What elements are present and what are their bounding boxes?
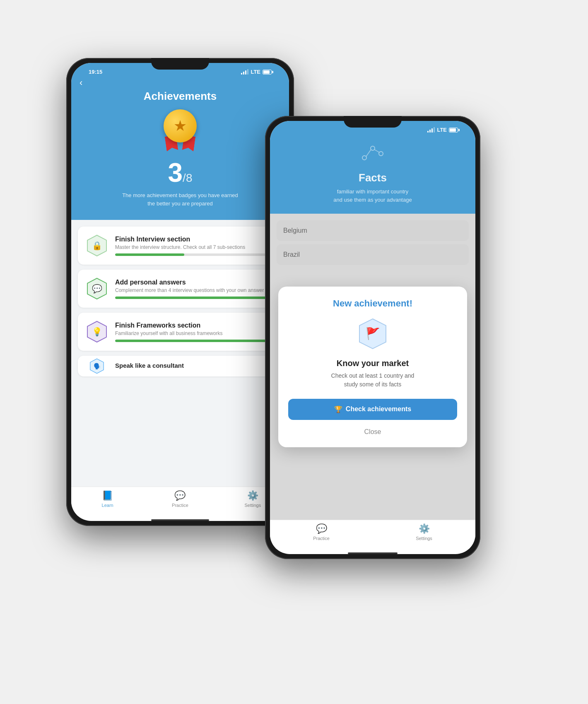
phone-achievements: 19:15 LTE bbox=[66, 58, 294, 526]
ach-info-3: Finish Frameworks section Familiarize yo… bbox=[115, 322, 276, 342]
status-right-2: LTE bbox=[427, 127, 458, 133]
home-indicator-1 bbox=[151, 519, 209, 521]
achievement-card-4: 🗣️ Speak like a consultant bbox=[78, 356, 282, 376]
trophy-icon: 🏆 bbox=[334, 405, 342, 413]
achievement-card-2: 💬 Add personal answers Complement more t… bbox=[78, 270, 282, 308]
nav-learn[interactable]: 📘 Learn bbox=[71, 490, 144, 508]
practice-icon-2: 💬 bbox=[316, 523, 327, 534]
achievements-list: 🔒 Finish Interview section Master the in… bbox=[71, 220, 289, 487]
ach-icon-4: 🗣️ bbox=[84, 356, 109, 376]
lte-label: LTE bbox=[251, 69, 260, 75]
battery-icon-2 bbox=[449, 128, 458, 133]
page-title: Achievements bbox=[80, 90, 281, 103]
signal-icon-2 bbox=[427, 128, 435, 133]
achievement-modal: New achievement! 🚩 Know your market bbox=[278, 287, 467, 447]
facts-header: LTE bbox=[270, 121, 475, 214]
medal-icon: ★ bbox=[161, 109, 199, 151]
svg-line-8 bbox=[374, 149, 379, 152]
facts-subtitle: familiar with important countryand use t… bbox=[278, 188, 467, 204]
svg-point-6 bbox=[379, 152, 383, 156]
notch-2 bbox=[344, 116, 402, 128]
status-time: 19:15 bbox=[89, 69, 102, 75]
facts-graph-icon bbox=[278, 142, 467, 166]
practice-icon: 💬 bbox=[174, 490, 186, 501]
ach-icon-1: 🔒 bbox=[84, 233, 109, 258]
achievements-header: 19:15 LTE bbox=[71, 63, 289, 220]
score-display: 3/8 bbox=[80, 157, 281, 188]
modal-ach-title: Know your market bbox=[288, 359, 457, 368]
facts-title: Facts bbox=[278, 171, 467, 184]
status-right-1: LTE bbox=[241, 69, 272, 75]
modal-badge: 🚩 bbox=[356, 317, 389, 350]
bottom-nav-1: 📘 Learn 💬 Practice ⚙️ Settings bbox=[71, 487, 289, 516]
modal-ach-desc: Check out at least 1 country andstudy so… bbox=[288, 371, 457, 389]
progress-bar-3: 10/10 bbox=[115, 340, 276, 342]
close-button[interactable]: Close bbox=[361, 425, 385, 439]
progress-bar-2: 4/4 bbox=[115, 297, 276, 299]
lte-label-2: LTE bbox=[437, 127, 447, 133]
modal-title: New achievement! bbox=[288, 298, 457, 309]
notch-1 bbox=[151, 58, 209, 70]
settings-icon: ⚙️ bbox=[247, 490, 258, 501]
modal-overlay: New achievement! 🚩 Know your market bbox=[270, 214, 475, 520]
settings-icon-2: ⚙️ bbox=[419, 523, 430, 534]
facts-body: Belgium Brazil New achievement! bbox=[270, 214, 475, 520]
nav-settings-2[interactable]: ⚙️ Settings bbox=[373, 523, 475, 541]
check-achievements-button[interactable]: 🏆 Check achievements bbox=[288, 399, 457, 420]
score-subtitle: The more achievement badges you have ear… bbox=[80, 191, 281, 207]
ach-info-2: Add personal answers Complement more tha… bbox=[115, 279, 276, 299]
progress-bar-1: 3/7 bbox=[115, 253, 276, 256]
back-button[interactable]: ‹ bbox=[80, 77, 281, 88]
ach-icon-2: 💬 bbox=[84, 276, 109, 301]
achievement-card-3: 💡 Finish Frameworks section Familiarize … bbox=[78, 313, 282, 351]
achievement-card-1: 🔒 Finish Interview section Master the in… bbox=[78, 227, 282, 265]
ach-icon-3: 💡 bbox=[84, 319, 109, 344]
svg-line-7 bbox=[366, 149, 371, 157]
battery-icon bbox=[263, 70, 272, 75]
signal-icon bbox=[241, 70, 248, 75]
home-indicator-2 bbox=[348, 552, 398, 554]
nav-practice[interactable]: 💬 Practice bbox=[144, 490, 216, 508]
nav-practice-2[interactable]: 💬 Practice bbox=[270, 523, 373, 541]
ach-info-1: Finish Interview section Master the inte… bbox=[115, 236, 276, 256]
bottom-nav-2: 💬 Practice ⚙️ Settings bbox=[270, 520, 475, 549]
learn-icon: 📘 bbox=[102, 490, 113, 501]
phone-facts: LTE bbox=[265, 116, 480, 559]
